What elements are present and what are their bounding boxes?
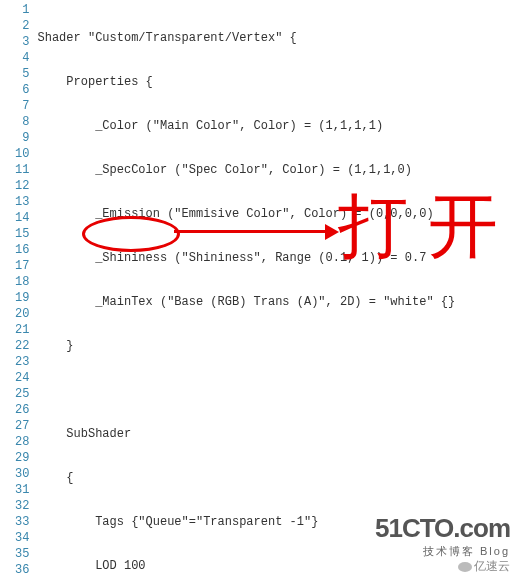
line-number: 13: [0, 194, 30, 210]
line-number: 27: [0, 418, 30, 434]
line-number: 11: [0, 162, 30, 178]
line-number: 9: [0, 130, 30, 146]
line-number: 34: [0, 530, 30, 546]
line-number: 25: [0, 386, 30, 402]
line-number: 1: [0, 2, 30, 18]
line-number: 6: [0, 82, 30, 98]
code-line[interactable]: LOD 100: [38, 558, 520, 574]
line-number: 22: [0, 338, 30, 354]
code-editor: 1 2 3 4 5 6 7 8 9 10 11 12 13 14 15 16 1…: [0, 0, 520, 581]
code-line[interactable]: Properties {: [38, 74, 520, 90]
watermark-sub: 技术博客 Blog: [375, 544, 510, 559]
line-number: 7: [0, 98, 30, 114]
line-number: 23: [0, 354, 30, 370]
line-number: 14: [0, 210, 30, 226]
code-line[interactable]: }: [38, 338, 520, 354]
code-line[interactable]: _Shininess ("Shininess", Range (0.1, 1))…: [38, 250, 520, 266]
line-number: 18: [0, 274, 30, 290]
line-number: 12: [0, 178, 30, 194]
line-number: 8: [0, 114, 30, 130]
line-number: 36: [0, 562, 30, 578]
code-line[interactable]: _SpecColor ("Spec Color", Color) = (1,1,…: [38, 162, 520, 178]
code-line[interactable]: Shader "Custom/Transparent/Vertex" {: [38, 30, 520, 46]
code-line[interactable]: _Emission ("Emmisive Color", Color) = (0…: [38, 206, 520, 222]
line-number: 26: [0, 402, 30, 418]
watermark-51cto: 51CTO.com 技术博客 Blog: [375, 513, 510, 559]
code-line[interactable]: [38, 382, 520, 398]
line-number: 15: [0, 226, 30, 242]
line-number: 33: [0, 514, 30, 530]
line-number: 28: [0, 434, 30, 450]
code-line[interactable]: SubShader: [38, 426, 520, 442]
code-line[interactable]: _Color ("Main Color", Color) = (1,1,1,1): [38, 118, 520, 134]
line-number: 17: [0, 258, 30, 274]
line-number: 20: [0, 306, 30, 322]
line-number-gutter: 1 2 3 4 5 6 7 8 9 10 11 12 13 14 15 16 1…: [0, 0, 38, 581]
watermark-yisu-text: 亿速云: [474, 559, 510, 573]
cloud-icon: [458, 562, 472, 572]
line-number: 30: [0, 466, 30, 482]
line-number: 10: [0, 146, 30, 162]
line-number: 35: [0, 546, 30, 562]
code-content[interactable]: Shader "Custom/Transparent/Vertex" { Pro…: [38, 0, 520, 581]
code-line[interactable]: _MainTex ("Base (RGB) Trans (A)", 2D) = …: [38, 294, 520, 310]
line-number: 31: [0, 482, 30, 498]
line-number: 16: [0, 242, 30, 258]
code-line[interactable]: {: [38, 470, 520, 486]
line-number: 32: [0, 498, 30, 514]
watermark-yisu: 亿速云: [458, 558, 510, 575]
line-number: 4: [0, 50, 30, 66]
line-number: 3: [0, 34, 30, 50]
line-number: 24: [0, 370, 30, 386]
line-number: 19: [0, 290, 30, 306]
line-number: 29: [0, 450, 30, 466]
line-number: 5: [0, 66, 30, 82]
watermark-main: 51CTO.com: [375, 513, 510, 544]
line-number: 2: [0, 18, 30, 34]
line-number: 21: [0, 322, 30, 338]
